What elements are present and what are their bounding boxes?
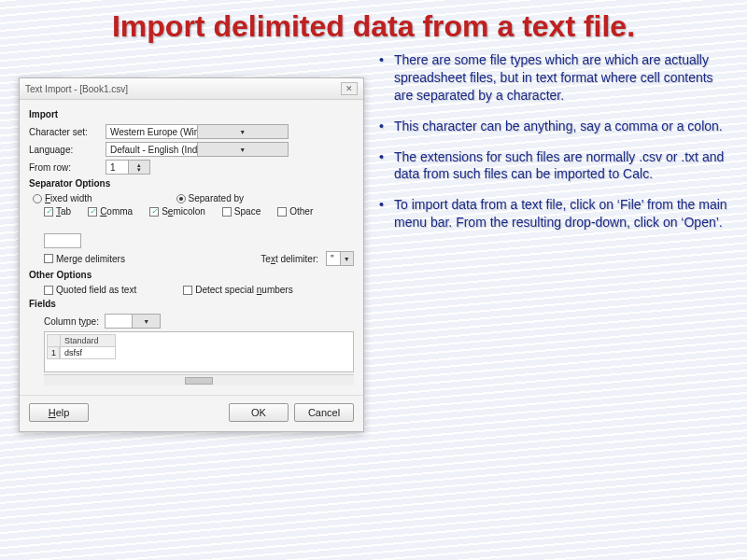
other-check[interactable]: Other <box>277 206 313 217</box>
space-check[interactable]: Space <box>222 206 261 217</box>
quoted-check[interactable]: Quoted field as text <box>44 285 136 295</box>
list-item: The extensions for such files are normal… <box>379 148 728 184</box>
horizontal-scrollbar[interactable] <box>44 374 354 385</box>
fromrow-label: From row: <box>29 162 100 173</box>
fromrow-spinner[interactable]: 1 ▴▾ <box>106 160 150 175</box>
comma-check[interactable]: Comma <box>88 206 133 217</box>
preview-rownum: 1 <box>47 347 60 359</box>
preview-corner <box>47 334 60 347</box>
fixed-width-label: Fixed width <box>45 193 92 203</box>
coltype-label: Column type: <box>44 316 99 327</box>
bullet-list: There are some file types which are whic… <box>379 51 728 231</box>
other-options-header: Other Options <box>29 270 354 280</box>
spinner-arrows-icon: ▴▾ <box>128 161 150 174</box>
list-item: There are some file types which are whic… <box>379 51 728 105</box>
detect-check[interactable]: Detect special numbers <box>183 285 293 295</box>
chevron-down-icon: ▼ <box>340 252 354 265</box>
dialog-title: Text Import - [Book1.csv] <box>25 84 128 94</box>
fromrow-value: 1 <box>106 162 128 173</box>
slide-title: Import delimited data from a text file. <box>0 0 747 48</box>
space-label: Space <box>234 206 261 217</box>
list-item: To import data from a text file, click o… <box>379 196 728 231</box>
chevron-down-icon: ▼ <box>197 125 289 138</box>
ok-button[interactable]: OK <box>229 403 289 422</box>
cancel-button[interactable]: Cancel <box>294 403 354 422</box>
fields-preview: Standard 1 dsfsf <box>44 331 354 372</box>
coltype-combo[interactable]: ▼ <box>105 314 161 329</box>
separated-by-radio[interactable]: Separated by <box>176 193 245 203</box>
dialog-titlebar: Text Import - [Book1.csv] ✕ <box>20 78 363 100</box>
detect-label: Detect special numbers <box>195 285 293 295</box>
semicolon-label: Semicolon <box>162 206 205 217</box>
text-import-dialog: Text Import - [Book1.csv] ✕ Import Chara… <box>19 77 364 432</box>
chevron-down-icon: ▼ <box>132 315 160 328</box>
semicolon-check[interactable]: Semicolon <box>149 206 205 217</box>
textdelim-combo[interactable]: " ▼ <box>326 251 354 266</box>
comma-label: Comma <box>100 206 133 217</box>
fields-header: Fields <box>29 299 354 309</box>
other-input[interactable] <box>44 233 81 248</box>
help-button[interactable]: Help <box>29 403 89 422</box>
language-label: Language: <box>29 145 100 155</box>
charset-label: Character set: <box>29 127 100 137</box>
language-combo[interactable]: Default - English (India) ▼ <box>106 142 289 157</box>
quoted-label: Quoted field as text <box>56 285 136 295</box>
preview-cell: dsfsf <box>60 347 116 359</box>
separator-header: Separator Options <box>29 178 354 189</box>
chevron-down-icon: ▼ <box>197 143 289 156</box>
textdelim-value: " <box>327 254 340 264</box>
merge-label: Merge delimiters <box>56 254 125 264</box>
other-label: Other <box>289 206 313 217</box>
language-value: Default - English (India) <box>106 145 197 155</box>
list-item: This character can be anything, say a co… <box>379 118 728 135</box>
tab-label: Tab <box>56 206 71 217</box>
merge-check[interactable]: Merge delimiters <box>44 254 125 264</box>
preview-col-header[interactable]: Standard <box>60 334 116 347</box>
charset-value: Western Europe (Windows-1252/WinLatin 1) <box>106 127 197 137</box>
textdelim-label: Text delimiter: <box>261 254 318 264</box>
separated-by-label: Separated by <box>189 193 245 203</box>
import-header: Import <box>29 109 354 119</box>
close-icon[interactable]: ✕ <box>341 82 358 95</box>
tab-check[interactable]: Tab <box>44 206 71 217</box>
fixed-width-radio[interactable]: Fixed width <box>33 193 92 203</box>
charset-combo[interactable]: Western Europe (Windows-1252/WinLatin 1)… <box>106 124 289 139</box>
